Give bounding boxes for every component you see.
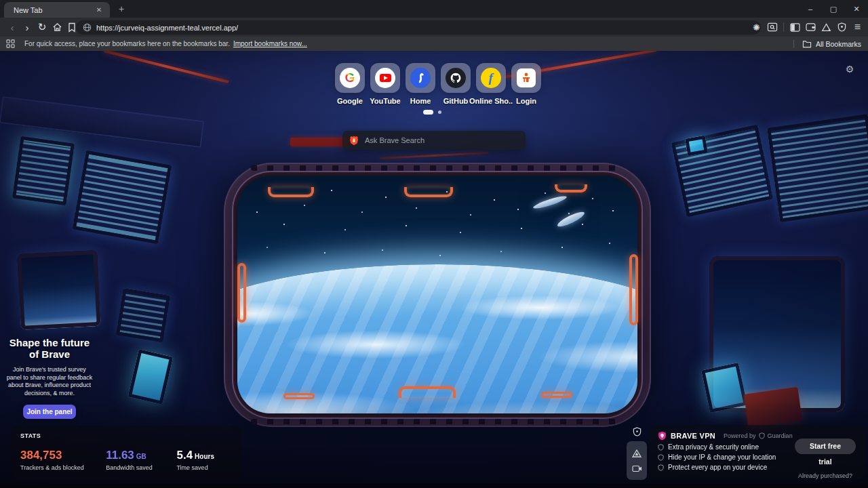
minimize-button[interactable]: – (799, 0, 822, 18)
console-screen (116, 288, 170, 342)
toolbar-actions: ✺ ≡ (750, 20, 864, 35)
brave-rewards-icon[interactable] (820, 21, 833, 34)
red-pipe (103, 49, 229, 83)
feature-shield-icon (658, 454, 664, 461)
porthole-glass (237, 176, 637, 413)
maximize-button[interactable]: ▢ (822, 0, 845, 18)
import-bookmarks-link[interactable]: Import bookmarks now... (233, 40, 307, 47)
brave-search-box[interactable] (342, 131, 526, 150)
talk-camera-icon[interactable] (632, 465, 642, 472)
shortcut-label: YouTube (370, 97, 400, 105)
tab-title: New Tab (14, 6, 94, 14)
forward-button[interactable]: › (20, 20, 34, 34)
shortcut-online-shopping[interactable]: f Online Sho... (475, 63, 507, 105)
tab-bar: New Tab ✕ + – ▢ ✕ (0, 0, 868, 18)
brave-survey-panel: Shape the future of Brave Join Brave's t… (5, 338, 94, 419)
vpn-title: BRAVE VPN (671, 432, 715, 440)
console-screen (12, 136, 75, 205)
bookmarks-divider (793, 40, 794, 48)
stats-title: STATS (20, 432, 232, 439)
url-input[interactable] (96, 24, 707, 32)
red-panel (290, 138, 350, 146)
console-screen (767, 114, 868, 222)
brave-lion-icon (349, 136, 359, 146)
google-g: G (345, 70, 355, 85)
google-logo-icon: G (340, 68, 360, 88)
console-screen (73, 150, 172, 244)
stat-value: 384,753 (20, 449, 62, 462)
customize-dashboard-icon[interactable]: ⚙ (844, 64, 856, 76)
join-panel-button[interactable]: Join the panel (23, 405, 76, 419)
shortcut-home[interactable]: Home (404, 63, 437, 105)
vpn-rail-shield-icon[interactable] (627, 425, 647, 439)
start-free-trial-button[interactable]: Start free trial (795, 439, 856, 454)
folder-icon (802, 40, 812, 48)
shortcut-youtube[interactable]: YouTube (369, 63, 401, 105)
stat-trackers: 384,753 Trackers & ads blocked (20, 449, 88, 471)
shortcut-google[interactable]: G Google (334, 63, 366, 105)
window-handle (237, 263, 246, 323)
vpn-feature: Hide your IP & change your location (668, 453, 776, 461)
window-handle (629, 254, 638, 325)
shortcut-label: Online Sho... (469, 97, 513, 105)
all-bookmarks-area[interactable]: All Bookmarks (793, 40, 861, 48)
flipkart-logo-icon: f (481, 68, 501, 88)
wallet-icon[interactable] (804, 21, 817, 34)
back-button[interactable]: ‹ (5, 20, 19, 34)
shortcut-login[interactable]: Login (510, 63, 542, 105)
console-screen (128, 349, 174, 405)
reload-button[interactable]: ↻ (35, 20, 49, 34)
main-porthole (224, 163, 651, 427)
stat-time: 5.4Hours Time saved (176, 449, 214, 471)
vpn-powered-by: Powered by (724, 432, 756, 439)
leo-ai-icon[interactable]: ✺ (750, 21, 763, 34)
carousel-dot[interactable] (438, 110, 441, 114)
shortcut-github[interactable]: GitHub (439, 63, 472, 105)
search-tabs-icon[interactable] (766, 21, 778, 34)
close-window-button[interactable]: ✕ (845, 0, 868, 18)
top-sites-shortcuts: G Google YouTube Home (334, 63, 542, 105)
window-handle (268, 187, 314, 197)
apps-grid-icon[interactable] (6, 39, 15, 48)
shortcut-label: Google (337, 97, 363, 105)
shortcut-tile (511, 63, 541, 93)
stat-value: 5.4 (176, 449, 193, 462)
rivet-strip (251, 419, 624, 424)
guardian-shield-icon (759, 432, 765, 439)
stat-unit: Hours (195, 453, 214, 460)
carousel-dot-active[interactable] (423, 110, 433, 115)
window-controls: – ▢ ✕ (799, 0, 868, 18)
shortcut-tile (370, 63, 400, 93)
rewards-triangle-icon[interactable] (632, 449, 642, 458)
sidebar-toggle-icon[interactable] (789, 21, 802, 34)
console-screen (685, 136, 708, 157)
shortcut-label: Home (410, 97, 431, 105)
shortcut-tile (441, 63, 471, 93)
widget-carousel-dots (423, 110, 441, 115)
search-input[interactable] (365, 136, 514, 144)
widget-rail-box (627, 441, 647, 480)
menu-icon[interactable]: ≡ (851, 21, 864, 34)
tab-close-icon[interactable]: ✕ (94, 5, 104, 16)
already-purchased-link[interactable]: Already purchased? (795, 472, 856, 479)
url-bar[interactable] (76, 20, 761, 35)
feature-shield-icon (658, 444, 664, 451)
brave-shields-icon[interactable] (835, 21, 848, 34)
stat-label: Time saved (176, 464, 214, 471)
home-site-logo-icon (410, 68, 431, 88)
shortcut-tile: f (476, 63, 506, 93)
feature-shield-icon (658, 464, 664, 471)
stat-label: Trackers & ads blocked (20, 464, 88, 471)
bookmarks-hint-text: For quick access, place your bookmarks h… (24, 40, 230, 47)
bookmarks-bar: For quick access, place your bookmarks h… (0, 37, 868, 51)
new-tab-button[interactable]: + (115, 3, 127, 16)
tab-new-tab[interactable]: New Tab ✕ (4, 2, 110, 18)
toolbar-divider (783, 22, 784, 32)
spaceship (532, 194, 568, 211)
all-bookmarks-label: All Bookmarks (816, 40, 861, 48)
github-logo-icon (446, 68, 466, 88)
home-button[interactable] (50, 20, 64, 34)
youtube-logo-icon (375, 68, 395, 88)
shortcut-tile: G (335, 63, 365, 93)
flipkart-f: f (489, 70, 493, 85)
